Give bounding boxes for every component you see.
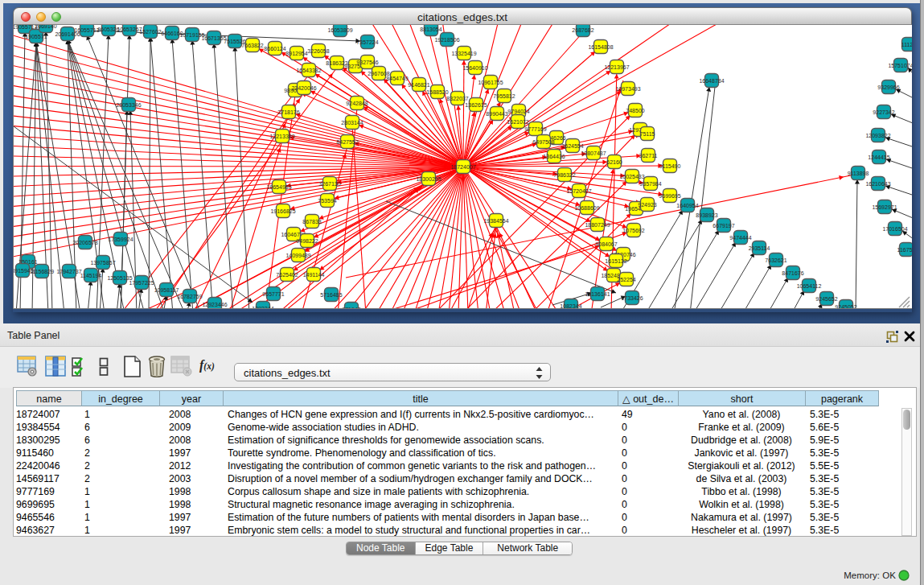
- svg-text:16210643: 16210643: [865, 181, 890, 187]
- svg-text:1733426: 1733426: [621, 295, 643, 301]
- svg-text:9227342: 9227342: [873, 109, 894, 115]
- svg-text:10807487: 10807487: [581, 150, 606, 156]
- svg-text:9657771: 9657771: [262, 291, 284, 297]
- svg-text:19654985: 19654985: [266, 184, 291, 190]
- svg-text:1244415: 1244415: [868, 154, 889, 160]
- svg-text:2718176: 2718176: [277, 109, 299, 115]
- svg-text:9794024: 9794024: [507, 109, 529, 114]
- svg-text:2069140: 2069140: [35, 25, 56, 29]
- svg-text:20206578: 20206578: [72, 240, 97, 245]
- svg-text:7357224: 7357224: [356, 39, 378, 45]
- svg-text:14099489: 14099489: [285, 253, 310, 258]
- svg-text:17359924: 17359924: [108, 237, 133, 242]
- svg-text:1364436: 1364436: [543, 154, 565, 159]
- svg-text:16671355: 16671355: [201, 35, 226, 41]
- svg-text:2803144: 2803144: [341, 120, 363, 126]
- svg-text:12923446: 12923446: [202, 302, 227, 307]
- svg-text:9474444: 9474444: [729, 235, 751, 241]
- svg-text:9245052: 9245052: [835, 304, 856, 309]
- svg-text:362711: 362711: [639, 153, 658, 159]
- svg-text:10958117: 10958117: [154, 287, 179, 293]
- svg-text:9084067: 9084067: [595, 241, 617, 247]
- svg-text:11156829: 11156829: [30, 269, 54, 274]
- svg-text:1527602: 1527602: [139, 29, 161, 35]
- svg-text:924923: 924923: [638, 202, 656, 208]
- svg-text:1362615: 1362615: [465, 102, 487, 108]
- svg-text:16055713: 16055713: [74, 27, 99, 33]
- svg-text:16053809: 16053809: [327, 27, 352, 33]
- svg-text:1640954: 1640954: [676, 203, 698, 208]
- svg-text:2935114: 2935114: [749, 245, 770, 251]
- svg-text:11124: 11124: [901, 42, 912, 47]
- svg-text:7632621: 7632621: [765, 257, 786, 263]
- svg-text:753594: 753594: [318, 198, 336, 204]
- svg-text:8990443: 8990443: [486, 111, 507, 117]
- svg-text:23420046: 23420046: [291, 85, 316, 91]
- svg-text:19384554: 19384554: [483, 218, 508, 224]
- svg-text:1615132: 1615132: [605, 258, 626, 264]
- svg-text:18724007: 18724007: [450, 164, 475, 170]
- svg-text:252254: 252254: [617, 277, 635, 282]
- svg-text:116753: 116753: [897, 247, 912, 253]
- svg-text:10654112: 10654112: [797, 283, 822, 289]
- svg-text:17957225: 17957225: [129, 280, 154, 286]
- svg-text:9327546: 9327546: [356, 60, 378, 65]
- svg-text:10973493: 10973493: [615, 86, 640, 92]
- svg-text:19218506: 19218506: [434, 37, 459, 43]
- svg-text:1145194: 1145194: [80, 273, 102, 278]
- svg-text:1588520: 1588520: [426, 89, 448, 95]
- svg-text:1082344: 1082344: [560, 303, 581, 309]
- svg-text:9245652: 9245652: [815, 296, 837, 302]
- svg-text:867833: 867833: [302, 219, 321, 225]
- svg-text:7625402: 7625402: [276, 272, 298, 278]
- svg-text:3267130: 3267130: [318, 181, 340, 187]
- svg-text:16782759: 16782759: [177, 294, 202, 299]
- svg-text:6497508: 6497508: [532, 139, 554, 145]
- svg-text:3226058: 3226058: [307, 48, 329, 54]
- svg-text:7986322: 7986322: [553, 172, 575, 178]
- svg-text:8427552: 8427552: [336, 139, 358, 145]
- svg-text:15751074: 15751074: [888, 63, 912, 68]
- svg-text:16543382: 16543382: [296, 68, 321, 73]
- svg-text:10653267: 10653267: [117, 27, 142, 32]
- svg-text:12213389: 12213389: [269, 134, 294, 139]
- svg-text:15720407: 15720407: [566, 188, 591, 194]
- svg-text:8660124: 8660124: [264, 46, 285, 51]
- svg-text:8912954: 8912954: [285, 51, 307, 56]
- svg-text:3624554: 3624554: [561, 143, 583, 149]
- svg-text:8471676: 8471676: [782, 270, 803, 276]
- svg-text:8454749: 8454749: [386, 76, 408, 81]
- svg-text:9357984: 9357984: [639, 181, 661, 187]
- svg-text:10961755: 10961755: [478, 80, 503, 85]
- svg-text:18300295: 18300295: [416, 176, 441, 182]
- svg-text:18807249: 18807249: [585, 222, 610, 228]
- svg-text:1292344: 1292344: [252, 306, 273, 309]
- svg-text:75115: 75115: [640, 131, 655, 137]
- svg-text:6679197: 6679197: [713, 223, 734, 229]
- svg-text:19166825: 19166825: [270, 208, 295, 214]
- svg-text:13975857: 13975857: [90, 260, 115, 266]
- svg-text:10025433: 10025433: [619, 174, 644, 179]
- svg-text:7663822: 7663822: [241, 43, 263, 48]
- svg-text:17942737: 17942737: [56, 269, 81, 274]
- svg-text:9699695: 9699695: [659, 193, 680, 199]
- svg-text:748500: 748500: [626, 108, 644, 113]
- svg-text:1075692: 1075692: [622, 228, 644, 233]
- svg-text:12213967: 12213967: [604, 64, 629, 70]
- svg-text:8938923: 8938923: [696, 212, 717, 218]
- svg-text:13325419: 13325419: [451, 51, 476, 56]
- svg-text:16648784: 16648784: [699, 78, 724, 84]
- svg-text:1491144: 1491144: [303, 272, 325, 278]
- svg-text:7955812: 7955812: [493, 93, 515, 99]
- svg-text:16154808: 16154808: [588, 44, 613, 50]
- svg-text:8322037: 8322037: [446, 96, 468, 101]
- svg-text:28053346: 28053346: [116, 102, 141, 108]
- svg-text:19055713: 19055713: [14, 25, 38, 30]
- svg-text:9113898: 9113898: [848, 171, 869, 176]
- svg-text:12093822: 12093822: [865, 133, 890, 138]
- svg-text:1621072: 1621072: [507, 119, 528, 125]
- svg-text:15136141: 15136141: [585, 291, 610, 297]
- svg-text:10688609: 10688609: [574, 205, 599, 211]
- svg-text:9146821: 9146821: [408, 82, 429, 88]
- svg-text:9115490: 9115490: [659, 163, 681, 169]
